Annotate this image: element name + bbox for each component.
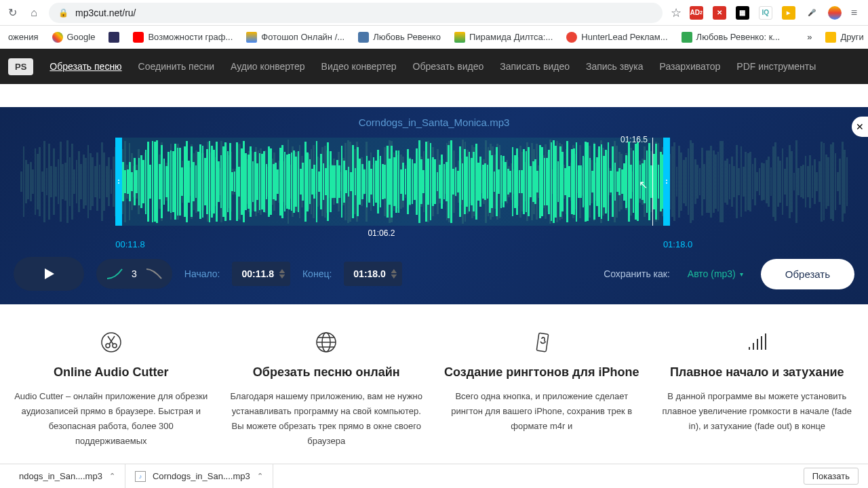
playhead[interactable]	[652, 138, 653, 226]
feature-iphone: Создание рингтонов для iPhone Всего одна…	[444, 329, 639, 449]
url-text: mp3cut.net/ru/	[75, 7, 136, 18]
ext-iq-icon[interactable]: IQ	[759, 6, 772, 20]
selection-handle-left[interactable]	[115, 138, 122, 226]
fade-value: 3	[130, 268, 138, 279]
feature-text: Audio Cutter – онлайн приложение для обр…	[14, 389, 209, 449]
nav-record-video[interactable]: Записать видео	[500, 61, 570, 72]
bars-icon	[660, 329, 855, 356]
apps-badge[interactable]: PS	[8, 58, 33, 75]
start-time-label: 00:11.8	[115, 239, 144, 249]
bookmark-vk[interactable]: Любовь Ревенко	[358, 32, 441, 43]
bookmark-prefix: ожения	[8, 32, 39, 42]
show-all-downloads[interactable]: Показать	[804, 468, 859, 485]
ext-adblock-icon[interactable]: AD2	[690, 6, 703, 20]
phone-icon	[444, 329, 639, 356]
feature-text: Благодаря нашему приложению, вам не нужн…	[229, 389, 425, 449]
bookmark-item[interactable]	[108, 32, 119, 43]
waveform[interactable]: ↖ 01:06.2	[20, 138, 848, 226]
waveform-selection	[119, 138, 665, 226]
reload-icon[interactable]: ↻	[5, 6, 19, 20]
svg-point-0	[102, 333, 121, 352]
bookmarks-bar: ожения Google Возможности граф... Фотошо…	[0, 26, 868, 49]
nav-record-audio[interactable]: Запись звука	[586, 61, 644, 72]
ext-close-icon[interactable]: ✕	[713, 6, 726, 20]
feature-fade: Плавное начало и затухание В данной прог…	[660, 329, 855, 449]
scissors-icon	[14, 329, 209, 356]
fade-in-button[interactable]	[104, 265, 125, 283]
bookmark-google[interactable]: Google	[52, 32, 96, 43]
fade-controls: 3	[96, 259, 172, 289]
other-bookmarks[interactable]: Други	[825, 32, 863, 43]
feature-text: В данной программе вы можете установить …	[660, 389, 855, 434]
end-label: Конец:	[302, 268, 332, 279]
fade-out-button[interactable]	[144, 265, 164, 283]
end-time-label: 01:18.0	[663, 239, 692, 249]
feature-text: Всего одна кнопка, и приложение сделает …	[444, 389, 639, 434]
play-button[interactable]	[14, 257, 84, 291]
download-item[interactable]: ♪ Corndogs_in_San....mp3 ⌃	[125, 464, 273, 488]
waveform-container: 01:16.5 ↖ 01:06.2 00:11.8 01:18.0	[20, 138, 848, 246]
feature-online: Обрезать песню онлайн Благодаря нашему п…	[229, 329, 425, 449]
globe-icon	[229, 329, 425, 356]
end-time-input[interactable]: 01:18.0	[344, 262, 401, 286]
ext-icon[interactable]: ▸	[782, 6, 795, 20]
controls-row: 3 Начало: 00:11.8 Конец: 01:18.0 Сохрани…	[14, 257, 854, 291]
nav-unarchiver[interactable]: Разархиватор	[660, 61, 721, 72]
profile-icon[interactable]	[828, 6, 842, 20]
start-time-input[interactable]: 00:11.8	[232, 262, 290, 286]
nav-audio-converter[interactable]: Аудио конвертер	[231, 61, 305, 72]
downloads-bar: ndogs_in_San....mp3 ⌃ ♪ Corndogs_in_San.…	[0, 464, 868, 488]
feature-title: Создание рингтонов для iPhone	[444, 365, 639, 380]
extension-icons: AD2 ✕ ▦ IQ ▸ 🎤 ≡	[690, 6, 863, 20]
mic-icon[interactable]: 🎤	[805, 6, 818, 20]
menu-icon[interactable]: ≡	[851, 7, 857, 19]
bookmarks-more[interactable]: »	[807, 32, 812, 42]
browser-toolbar: ↻ ⌂ 🔒 mp3cut.net/ru/ ☆ AD2 ✕ ▦ IQ ▸ 🎤 ≡	[0, 0, 868, 26]
svg-rect-5	[536, 333, 548, 352]
nav-video-converter[interactable]: Видео конвертер	[321, 61, 397, 72]
nav-pdf-tools[interactable]: PDF инструменты	[736, 61, 816, 72]
home-icon[interactable]: ⌂	[27, 6, 41, 20]
audio-file-icon: ♪	[135, 471, 146, 482]
ext-icon[interactable]: ▦	[736, 6, 749, 20]
nav-cut-song[interactable]: Обрезать песню	[50, 61, 121, 72]
download-item[interactable]: ndogs_in_San....mp3 ⌃	[9, 464, 125, 488]
lock-icon: 🔒	[58, 8, 68, 18]
features-section: Online Audio Cutter Audio Cutter – онлай…	[0, 304, 868, 462]
feature-cutter: Online Audio Cutter Audio Cutter – онлай…	[14, 329, 209, 449]
bookmark-star-icon[interactable]: ☆	[671, 5, 682, 20]
filename: Corndogs_in_Santa_Monica.mp3	[14, 117, 854, 128]
nav-cut-video[interactable]: Обрезать видео	[413, 61, 484, 72]
site-nav: PS Обрезать песню Соединить песни Аудио …	[0, 49, 868, 84]
cut-button[interactable]: Обрезать	[761, 259, 854, 289]
bookmark-youtube[interactable]: Возможности граф...	[133, 32, 233, 43]
feature-title: Обрезать песню онлайн	[229, 365, 425, 380]
chevron-up-icon[interactable]: ⌃	[257, 472, 263, 481]
address-bar[interactable]: 🔒 mp3cut.net/ru/	[49, 3, 663, 23]
bookmark-photoshop[interactable]: Фотошоп Онлайн /...	[246, 32, 344, 43]
feature-title: Online Audio Cutter	[14, 365, 209, 380]
format-dropdown[interactable]: Авто (mp3)	[682, 262, 749, 286]
bookmark-pyramid[interactable]: Пирамида Дилтса:...	[454, 32, 553, 43]
bookmark-revenko[interactable]: Любовь Ревенко: к...	[682, 32, 781, 43]
nav-join-songs[interactable]: Соединить песни	[138, 61, 214, 72]
start-label: Начало:	[184, 268, 220, 279]
chevron-up-icon[interactable]: ⌃	[109, 472, 115, 481]
feature-title: Плавное начало и затухание	[660, 365, 855, 380]
bookmark-hunterlead[interactable]: HunterLead Реклам...	[566, 32, 667, 43]
save-as-label: Сохранить как:	[604, 268, 670, 279]
selection-handle-right[interactable]	[663, 138, 670, 226]
mid-time: 01:06.2	[368, 228, 395, 238]
audio-editor: Corndogs_in_Santa_Monica.mp3 ✕ 01:16.5 ↖…	[0, 107, 868, 304]
close-editor-icon[interactable]: ✕	[852, 117, 868, 137]
